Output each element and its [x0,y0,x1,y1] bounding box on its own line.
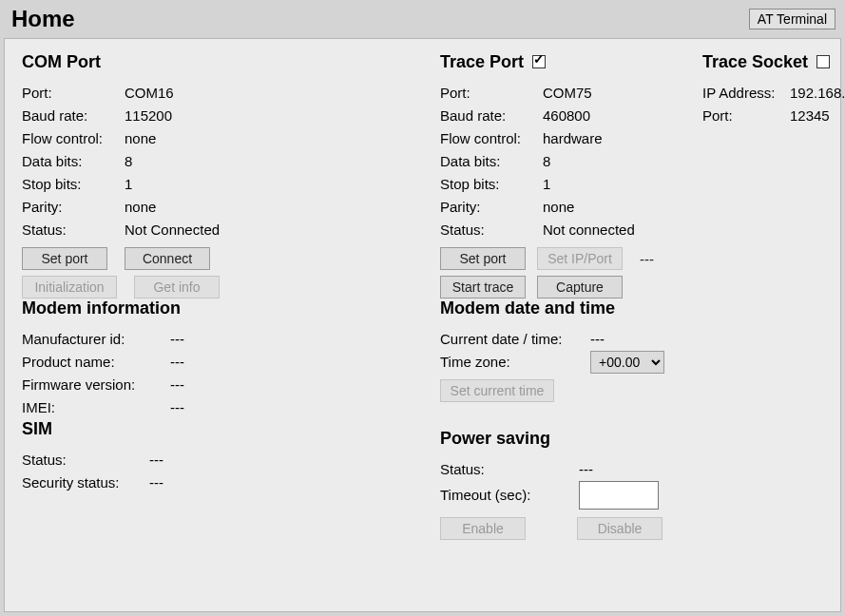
trace-socket-heading: Trace Socket [702,52,845,72]
datetime-tz-label: Time zone: [440,351,590,374]
trace-databits-label: Data bits: [440,150,543,173]
com-parity-label: Parity: [22,196,125,219]
com-port-heading: COM Port [22,52,402,72]
com-connect-button[interactable]: Connect [125,247,210,270]
trace-port-heading-text: Trace Port [440,52,524,71]
trace-set-port-button[interactable]: Set port [440,247,526,270]
datetime-block: Current date / time:--- Time zone: +00.0… [440,328,845,402]
com-databits-value: 8 [125,150,132,173]
trace-flow-value: hardware [543,127,603,150]
trace-stopbits-value: 1 [543,173,550,196]
trace-port-value: COM75 [543,82,592,105]
com-status-label: Status: [22,219,125,241]
modem-manufacturer-label: Manufacturer id: [22,328,170,351]
trace-status-label: Status: [440,219,543,241]
trace-flow-label: Flow control: [440,127,543,150]
power-status-value: --- [579,458,593,481]
com-status-value: Not Connected [125,219,220,241]
trace-port-column: Trace Port Port:COM75 Baud rate:460800 F… [440,52,683,298]
trace-socket-column: Trace Socket IP Address:192.168.1.1 Port… [702,52,845,298]
main-panel: COM Port Port:COM16 Baud rate:115200 Flo… [4,38,841,612]
trace-start-button[interactable]: Start trace [440,276,526,298]
modem-product-label: Product name: [22,351,170,374]
power-timeout-input[interactable] [579,481,659,510]
com-baud-value: 115200 [125,105,172,127]
com-stopbits-label: Stop bits: [22,173,125,196]
power-status-label: Status: [440,458,543,481]
modem-product-value: --- [170,351,184,374]
modem-firmware-value: --- [170,374,184,396]
sim-block: Status:--- Security status:--- [22,449,402,494]
trace-parity-label: Parity: [440,196,543,219]
com-flow-label: Flow control: [22,127,125,150]
trace-ip-status: --- [640,251,654,267]
power-disable-button[interactable]: Disable [577,517,663,540]
trace-baud-value: 460800 [543,105,590,127]
com-set-port-button[interactable]: Set port [22,247,107,270]
com-port-block: Port:COM16 Baud rate:115200 Flow control… [22,82,402,298]
trace-status-value: Not connected [543,219,635,241]
trace-socket-heading-text: Trace Socket [702,52,808,71]
power-timeout-label: Timeout (sec): [440,484,543,507]
socket-ip-label: IP Address: [702,82,790,105]
trace-parity-value: none [543,196,574,219]
socket-port-value: 12345 [790,105,830,127]
app-frame: Home AT Terminal COM Port Port:COM16 Bau… [0,0,845,616]
power-block: Status:--- Timeout (sec): Enable Disable [440,458,845,540]
trace-port-checkbox[interactable] [532,55,546,68]
datetime-current-value: --- [590,328,605,351]
com-port-label: Port: [22,82,125,105]
at-terminal-button[interactable]: AT Terminal [749,9,835,29]
trace-set-ip-button[interactable]: Set IP/Port [537,247,623,270]
power-enable-button[interactable]: Enable [440,517,526,540]
trace-baud-label: Baud rate: [440,105,543,127]
com-initialization-button[interactable]: Initialization [22,276,117,298]
modem-manufacturer-value: --- [170,328,184,351]
sim-heading: SIM [22,419,402,439]
com-flow-value: none [125,127,156,150]
com-databits-label: Data bits: [22,150,125,173]
modem-info-heading: Modem information [22,298,402,318]
trace-databits-value: 8 [543,150,550,173]
set-current-time-button[interactable]: Set current time [440,379,554,402]
modem-imei-value: --- [170,396,184,419]
datetime-tz-select[interactable]: +00.00 [590,351,664,374]
com-get-info-button[interactable]: Get info [134,276,220,298]
right-top-row: Trace Port Port:COM75 Baud rate:460800 F… [440,52,845,298]
sim-security-label: Security status: [22,472,149,494]
modem-imei-label: IMEI: [22,396,170,419]
datetime-current-label: Current date / time: [440,328,590,351]
trace-stopbits-label: Stop bits: [440,173,543,196]
trace-capture-button[interactable]: Capture [537,276,623,298]
socket-ip-value: 192.168.1.1 [790,82,845,105]
trace-socket-checkbox[interactable] [816,55,830,68]
modem-firmware-label: Firmware version: [22,374,170,396]
com-baud-label: Baud rate: [22,105,125,127]
sim-status-label: Status: [22,449,149,472]
sim-security-value: --- [149,472,163,494]
trace-port-label: Port: [440,82,543,105]
sim-status-value: --- [149,449,163,472]
socket-port-label: Port: [702,105,790,127]
modem-info-block: Manufacturer id:--- Product name:--- Fir… [22,328,402,419]
left-column: COM Port Port:COM16 Baud rate:115200 Flo… [22,52,402,594]
power-heading: Power saving [440,429,845,449]
com-parity-value: none [125,196,156,219]
page-title: Home [11,6,75,32]
right-side: Trace Port Port:COM75 Baud rate:460800 F… [440,52,845,594]
com-stopbits-value: 1 [125,173,132,196]
datetime-heading: Modem date and time [440,298,845,318]
trace-port-heading: Trace Port [440,52,683,72]
header: Home AT Terminal [4,4,841,38]
com-port-value: COM16 [125,82,174,105]
